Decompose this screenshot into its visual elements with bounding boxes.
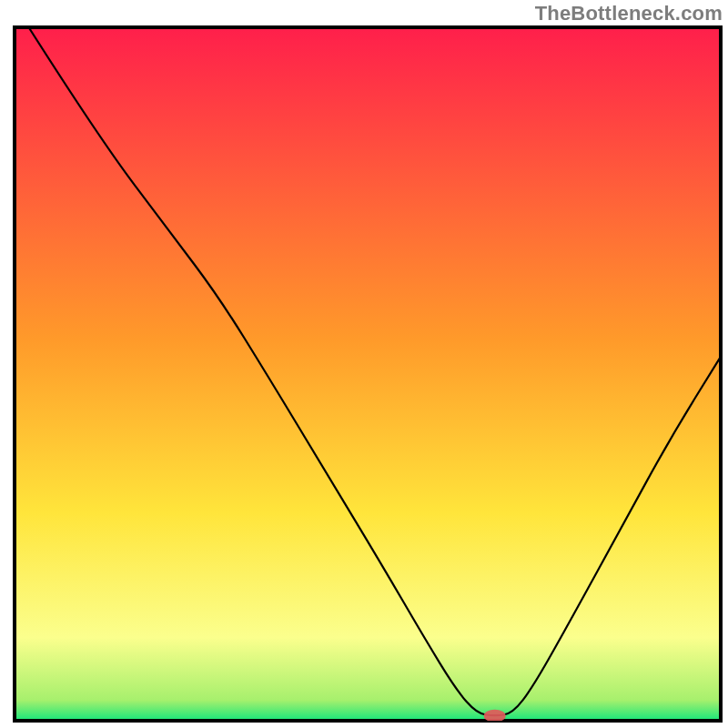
watermark-text: TheBottleneck.com: [535, 2, 723, 25]
bottleneck-chart: [0, 0, 728, 728]
chart-container: TheBottleneck.com: [0, 0, 728, 728]
gradient-background: [15, 27, 721, 721]
min-marker: [484, 710, 506, 723]
